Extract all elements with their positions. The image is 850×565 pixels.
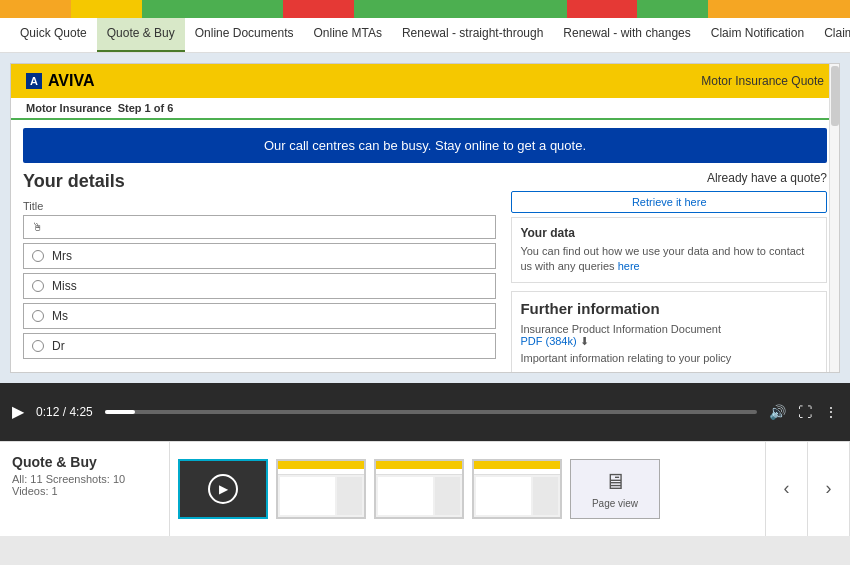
radio-label-ms: Ms	[52, 309, 68, 323]
page-view-label: Page view	[592, 498, 638, 509]
color-seg-9	[567, 0, 638, 18]
thumb-bar-1	[278, 461, 364, 469]
thumb-main-1	[280, 477, 335, 515]
download-icon-1[interactable]: PDF (384k)	[520, 335, 576, 347]
color-seg-5	[283, 0, 354, 18]
progress-fill	[105, 410, 136, 414]
already-have-quote: Already have a quote?	[511, 171, 827, 185]
nav-online-documents[interactable]: Online Documents	[185, 18, 304, 52]
thumb-side-1	[337, 477, 362, 515]
aviva-left-column: Your details Title 🖱 Mrs Miss Ms	[23, 171, 496, 373]
aviva-right-column: Already have a quote? Retrieve it here Y…	[511, 171, 827, 373]
scroll-thumb	[831, 66, 839, 126]
play-button[interactable]: ▶	[12, 402, 24, 421]
radio-label-mrs: Mrs	[52, 249, 72, 263]
progress-bar[interactable]	[105, 410, 757, 414]
color-seg-6	[354, 0, 425, 18]
aviva-subheader: Motor Insurance Step 1 of 6	[11, 98, 839, 120]
thumb-content-3	[474, 475, 560, 517]
thumb-side-3	[533, 477, 558, 515]
page-view-icon: 🖥	[604, 469, 626, 495]
color-seg-10	[637, 0, 708, 18]
thumb-content-1	[278, 475, 364, 517]
main-content: A AVIVA Motor Insurance Quote Motor Insu…	[0, 53, 850, 383]
radio-ms[interactable]: Ms	[23, 303, 496, 329]
more-options-icon[interactable]: ⋮	[824, 404, 838, 420]
thumb-main-3	[476, 477, 531, 515]
nav-arrows: ‹ ›	[765, 442, 850, 536]
aviva-logo-box: A	[26, 73, 42, 89]
time-display: 0:12 / 4:25	[36, 405, 93, 419]
radio-label-miss: Miss	[52, 279, 77, 293]
color-seg-1	[0, 0, 71, 18]
aviva-body: Your details Title 🖱 Mrs Miss Ms	[11, 171, 839, 373]
your-data-text: You can find out how we use your data an…	[520, 244, 818, 275]
further-info-box: Further information Insurance Product In…	[511, 291, 827, 372]
color-bar	[0, 0, 850, 18]
thumb-bar-2	[376, 461, 462, 469]
further-doc2: Important information relating to your p…	[520, 352, 818, 364]
color-seg-11	[708, 0, 779, 18]
thumb-bar-3	[474, 461, 560, 469]
retrieve-button[interactable]: Retrieve it here	[511, 191, 827, 213]
radio-circle-ms	[32, 310, 44, 322]
radio-label-dr: Dr	[52, 339, 65, 353]
step-indicator: Step 1 of 6	[118, 102, 174, 114]
color-seg-3	[142, 0, 213, 18]
color-seg-8	[496, 0, 567, 18]
your-data-link[interactable]: here	[618, 260, 640, 272]
nav-quick-quote[interactable]: Quick Quote	[10, 18, 97, 52]
next-arrow[interactable]: ›	[808, 442, 850, 536]
radio-circle-miss	[32, 280, 44, 292]
further-info-title: Further information	[520, 300, 818, 317]
nav-claim-tracking[interactable]: Claim Tracking	[814, 18, 850, 52]
radio-dr[interactable]: Dr	[23, 333, 496, 359]
thumb-content-2	[376, 475, 462, 517]
radio-circle-mrs	[32, 250, 44, 262]
aviva-banner: Our call centres can be busy. Stay onlin…	[23, 128, 827, 163]
nav-claim-notification[interactable]: Claim Notification	[701, 18, 814, 52]
bottom-subtitle: All: 11 Screenshots: 10 Videos: 1	[12, 473, 157, 497]
breadcrumb-text: Motor Insurance	[26, 102, 112, 114]
thumbnail-screenshot-2[interactable]	[374, 459, 464, 519]
title-label: Title	[23, 200, 496, 212]
thumb-inner-2	[376, 461, 462, 517]
navigation-bar: Quick Quote Quote & Buy Online Documents…	[0, 18, 850, 53]
bottom-left-info: Quote & Buy All: 11 Screenshots: 10 Vide…	[0, 442, 170, 536]
nav-renewal-straight[interactable]: Renewal - straight-through	[392, 18, 553, 52]
thumb-inner-1	[278, 461, 364, 517]
prev-arrow[interactable]: ‹	[766, 442, 808, 536]
fullscreen-icon[interactable]: ⛶	[798, 404, 812, 420]
aviva-header: A AVIVA Motor Insurance Quote	[11, 64, 839, 98]
radio-circle-dr	[32, 340, 44, 352]
scrollbar[interactable]	[829, 64, 839, 372]
aviva-frame: A AVIVA Motor Insurance Quote Motor Insu…	[10, 63, 840, 373]
color-seg-4	[212, 0, 283, 18]
thumbnails-area: ▶	[170, 442, 765, 536]
cursor-indicator: 🖱	[32, 221, 43, 233]
volume-icon[interactable]: 🔊	[769, 404, 786, 420]
further-doc1: Insurance Product Information Document P…	[520, 323, 818, 348]
nav-renewal-changes[interactable]: Renewal - with changes	[553, 18, 700, 52]
aviva-logo: A AVIVA	[26, 72, 94, 90]
thumbnail-video[interactable]: ▶	[178, 459, 268, 519]
thumbnail-screenshot-3[interactable]	[472, 459, 562, 519]
color-seg-7	[425, 0, 496, 18]
bottom-panel: Quote & Buy All: 11 Screenshots: 10 Vide…	[0, 441, 850, 536]
your-data-box: Your data You can find out how we use yo…	[511, 217, 827, 284]
your-data-title: Your data	[520, 226, 818, 240]
thumb-inner-3	[474, 461, 560, 517]
thumb-play-icon: ▶	[208, 474, 238, 504]
color-seg-12	[779, 0, 850, 18]
thumbnail-screenshot-1[interactable]	[276, 459, 366, 519]
thumb-main-2	[378, 477, 433, 515]
thumb-side-2	[435, 477, 460, 515]
title-input[interactable]: 🖱	[23, 215, 496, 239]
radio-mrs[interactable]: Mrs	[23, 243, 496, 269]
nav-quote-buy[interactable]: Quote & Buy	[97, 18, 185, 52]
radio-miss[interactable]: Miss	[23, 273, 496, 299]
section-title: Your details	[23, 171, 496, 192]
thumbnail-page-view[interactable]: 🖥 Page view	[570, 459, 660, 519]
nav-online-mtas[interactable]: Online MTAs	[303, 18, 391, 52]
color-seg-2	[71, 0, 142, 18]
